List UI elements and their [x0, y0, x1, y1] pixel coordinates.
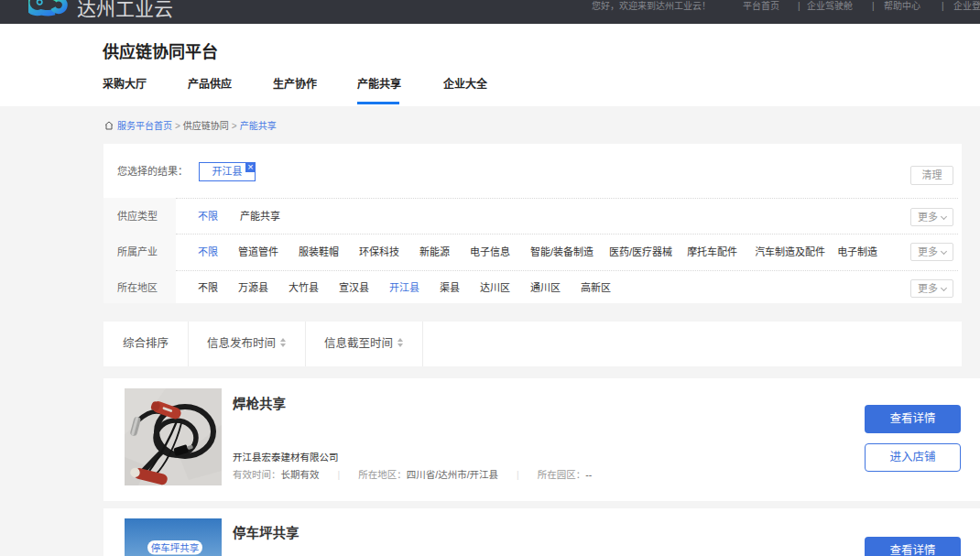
svg-text:停车坪共享: 停车坪共享 [151, 542, 200, 553]
